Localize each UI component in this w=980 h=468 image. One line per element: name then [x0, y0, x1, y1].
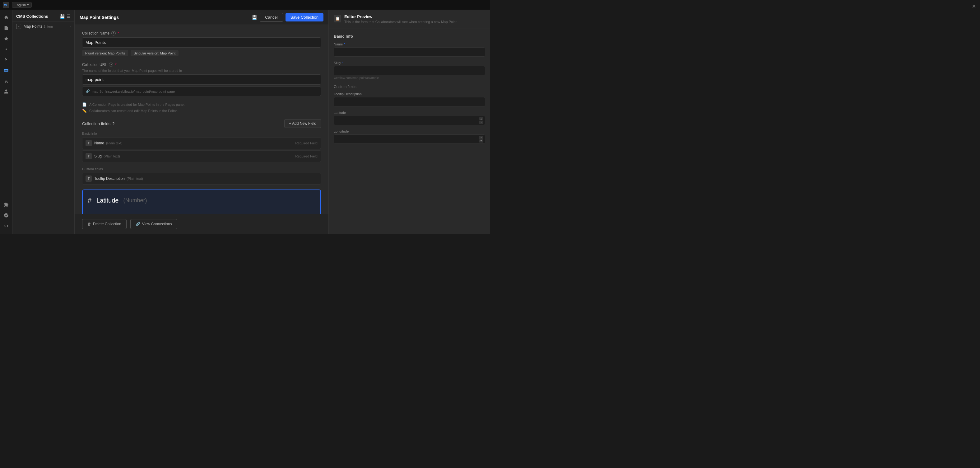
sidebar-icon-users[interactable] [1, 86, 11, 97]
cancel-button[interactable]: Cancel [260, 13, 283, 22]
collection-icon: ≡ [16, 24, 21, 29]
collection-name-input[interactable] [82, 37, 321, 48]
sidebar-icon-cms[interactable] [1, 65, 11, 75]
sidebar-icon-pages[interactable] [1, 23, 11, 33]
basic-info-fields-group: Basic info T Name (Plain text) Required … [82, 132, 321, 162]
preview-slug-input [334, 66, 485, 75]
preview-slug-field: Slug * webflow.com/map-point/example [334, 61, 485, 80]
delete-collection-button[interactable]: 🗑 Delete Collection [82, 219, 127, 229]
info-icon-2: ✏️ [82, 108, 87, 113]
webflow-logo: W [3, 2, 10, 8]
sidebar-icon-home[interactable] [1, 13, 11, 22]
collection-fields-section: Collection fields ? + Add New Field Basi… [82, 119, 321, 214]
field-name-slug: Slug [94, 154, 102, 158]
preview-name-input [334, 47, 485, 57]
info-item-1: 📄 A Collection Page is created for Map P… [82, 102, 321, 107]
longitude-down-spinner[interactable]: ▼ [479, 139, 483, 143]
preview-tooltip-input [334, 97, 485, 107]
editor-preview-content: Basic Info Name * Slug * webflow.com/map… [329, 29, 490, 234]
field-row-tooltip[interactable]: T Tooltip Description (Plain text) [82, 173, 321, 185]
editor-preview-panel: 📋 Editor Preview This is the form that C… [328, 10, 490, 234]
sidebar-icon-settings[interactable] [1, 210, 11, 220]
sidebar-icon-interactions[interactable] [1, 55, 11, 65]
longitude-up-spinner[interactable]: ▲ [479, 136, 483, 139]
language-selector[interactable]: English ▾ [12, 2, 32, 8]
language-chevron: ▾ [27, 3, 29, 7]
collection-name-section: Collection Name ? * Plural version: Map … [82, 31, 321, 56]
main-content: Map Point Settings 💾 Cancel Save Collect… [75, 10, 328, 234]
add-new-field-button[interactable]: + Add New Field [284, 119, 321, 128]
collection-url-label: Collection URL [82, 62, 107, 67]
collection-name-required: * [118, 31, 119, 35]
latitude-spinners: ▲ ▼ [479, 117, 483, 124]
preview-longitude-label: Longitude [334, 129, 485, 133]
cms-panel-title: CMS Collections [16, 14, 48, 19]
latitude-down-spinner[interactable]: ▼ [479, 121, 483, 124]
collection-name: Map Points [24, 24, 42, 29]
plural-badge: Plural version: Map Points [82, 50, 128, 56]
custom-fields-group-label: Custom fields [82, 167, 321, 171]
preview-custom-section: Custom fields Tooltip Description Latitu… [334, 84, 485, 144]
field-type-label-tooltip: (Plain text) [127, 177, 143, 180]
global-bar: W English ▾ ✕ [0, 0, 490, 10]
cms-menu-icon[interactable]: ☰ [67, 14, 71, 19]
preview-latitude-field: Latitude ▲ ▼ [334, 111, 485, 125]
collection-url-required: * [115, 62, 117, 67]
connections-icon: 🔗 [135, 222, 140, 226]
field-type-icon-slug: T [86, 153, 92, 159]
cms-panel: CMS Collections 💾 ☰ ≡ Map Points 1 item … [13, 10, 75, 234]
collection-name-help[interactable]: ? [111, 31, 116, 35]
preview-name-field: Name * [334, 42, 485, 57]
url-preview-text: map-3d-finsweet.webflow.io/map-point/map… [92, 90, 175, 93]
field-row-slug[interactable]: T Slug (Plain text) Required Field [82, 150, 321, 162]
info-icon-1: 📄 [82, 102, 87, 107]
connections-label: View Connections [142, 222, 172, 226]
save-collection-button[interactable]: Save Collection [285, 13, 323, 21]
view-connections-button[interactable]: 🔗 View Connections [130, 219, 177, 229]
field-required-name: Required Field [295, 141, 318, 145]
field-row-name[interactable]: T Name (Plain text) Required Field [82, 137, 321, 149]
sidebar-icon-symbols[interactable] [1, 44, 11, 54]
sidebar [0, 10, 13, 234]
fields-help-icon[interactable]: ? [112, 121, 115, 126]
highlighted-fields-container: # Latitude (Number) # Longitude (Number) [82, 189, 321, 214]
collection-name-label: Collection Name [82, 31, 110, 35]
preview-custom-title: Custom fields [334, 84, 485, 89]
collection-url-section: Collection URL ? * The name of the folde… [82, 62, 321, 96]
collection-url-input[interactable] [82, 74, 321, 84]
highlighted-field-latitude[interactable]: # Latitude (Number) [83, 190, 320, 211]
preview-latitude-input: ▲ ▼ [334, 116, 485, 125]
delete-label: Delete Collection [93, 222, 121, 226]
longitude-spinners: ▲ ▼ [479, 136, 483, 143]
preview-slug-hint: webflow.com/map-point/example [334, 76, 485, 80]
highlighted-field-longitude[interactable]: # Longitude (Number) [83, 211, 320, 214]
latitude-up-spinner[interactable]: ▲ [479, 117, 483, 120]
preview-latitude-label: Latitude [334, 111, 485, 115]
field-type-label-name: (Plain text) [106, 141, 123, 145]
info-text-1: A Collection Page is created for Map Poi… [89, 103, 185, 107]
info-items: 📄 A Collection Page is created for Map P… [82, 102, 321, 113]
url-preview: 🔗 map-3d-finsweet.webflow.io/map-point/m… [82, 86, 321, 96]
collection-name-label-row: Collection Name ? * [82, 31, 321, 35]
preview-longitude-input: ▲ ▼ [334, 134, 485, 144]
sidebar-icon-extensions[interactable] [1, 200, 11, 210]
settings-form: Collection Name ? * Plural version: Map … [75, 25, 328, 214]
save-page-icon: 💾 [252, 15, 257, 20]
collection-url-help[interactable]: ? [109, 62, 113, 67]
latitude-name: Latitude [96, 197, 118, 204]
cms-save-icon[interactable]: 💾 [59, 14, 65, 19]
svg-point-2 [6, 49, 7, 50]
url-icon: 🔗 [86, 89, 90, 93]
sidebar-icon-custom-code[interactable] [1, 221, 11, 231]
info-item-2: ✏️ Collaborators can create and edit Map… [82, 108, 321, 113]
sidebar-icon-ecomm[interactable] [1, 76, 11, 86]
latitude-hash: # [88, 196, 91, 204]
field-type-icon-tooltip: T [86, 175, 92, 182]
editor-preview-title: Editor Preview [344, 14, 457, 19]
sidebar-icon-assets[interactable] [1, 33, 11, 43]
language-label: English [14, 3, 26, 7]
preview-longitude-field: Longitude ▲ ▼ [334, 129, 485, 144]
cms-collection-map-points[interactable]: ≡ Map Points 1 item › [13, 21, 74, 32]
cms-panel-header: CMS Collections 💾 ☰ [13, 10, 74, 21]
bottom-actions: 🗑 Delete Collection 🔗 View Connections [75, 214, 328, 234]
